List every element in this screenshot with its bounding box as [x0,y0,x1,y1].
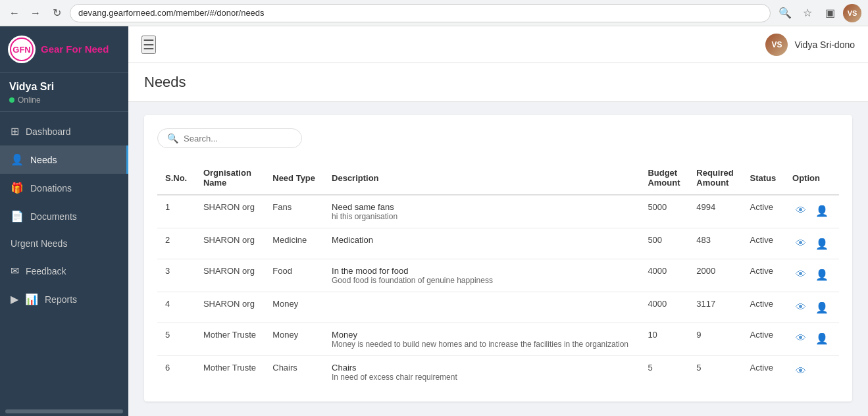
action-icons: 👁 👤 [792,266,831,283]
cell-required: 3117 [688,292,742,323]
sidebar-item-reports[interactable]: ▶ 📊 Reports [0,285,128,313]
status-badge: Active [750,266,773,276]
table-row: 2 SHARON org Medicine Medication 500 483… [157,228,839,259]
cell-need-type: Food [265,259,324,292]
action-icons: 👁 [792,363,831,380]
cell-budget: 5000 [640,195,688,228]
cell-org: SHARON org [195,195,265,228]
sidebar-scrollbar[interactable] [5,409,123,413]
needs-table: S.No. OrgnisationName Need Type Descript… [157,161,839,388]
cell-sno: 6 [157,356,195,389]
col-required: RequiredAmount [688,161,742,195]
cell-need-type: Fans [265,195,324,228]
cell-option: 👁 [784,356,839,389]
topbar: ☰ VS Vidya Sri-dono [128,26,868,63]
status-badge: Active [750,299,773,309]
action-icons: 👁 👤 [792,299,831,316]
dashboard-icon: ⊞ [11,125,19,138]
cell-status: Active [742,228,784,259]
main-content: Needs 🔍 S.No. OrgnisationName [128,63,868,416]
sidebar-item-label: Reports [45,294,77,305]
expand-icon: ▶ [11,293,18,305]
cell-sno: 5 [157,323,195,356]
status-text: Online [18,95,41,105]
donate-user-icon[interactable]: 👤 [813,235,830,252]
cell-option: 👁 👤 [784,228,839,259]
cell-required: 2000 [688,259,742,292]
view-icon[interactable]: 👁 [792,266,809,283]
cell-need-type: Money [265,292,324,323]
extensions-icon[interactable]: ▣ [821,4,839,22]
cell-sno: 4 [157,292,195,323]
address-bar[interactable]: devang.gearforneed.com/member/#/donor/ne… [70,4,771,22]
table-row: 5 Mother Truste Money MoneyMoney is need… [157,323,839,356]
col-option: Option [784,161,839,195]
documents-icon: 📄 [11,210,24,222]
cell-sno: 2 [157,228,195,259]
content-area: 🔍 S.No. OrgnisationName Need Type Descri… [128,102,868,416]
sidebar-username: Vidya Sri [9,81,119,93]
main-header: Needs [128,63,868,102]
view-icon[interactable]: 👁 [792,202,809,219]
logo-icon: GFN [8,36,36,63]
search-icon: 🔍 [167,133,178,143]
cell-status: Active [742,323,784,356]
browser-chrome: ← → ↻ devang.gearforneed.com/member/#/do… [0,0,868,26]
needs-card: 🔍 S.No. OrgnisationName Need Type Descri… [144,115,852,402]
cell-org: Mother Truste [195,323,265,356]
browser-icons: 🔍 ☆ ▣ VS [776,4,861,22]
donate-user-icon[interactable]: 👤 [813,202,830,219]
cell-budget: 4000 [640,259,688,292]
status-badge: Active [750,235,773,245]
cell-required: 483 [688,228,742,259]
cell-budget: 5 [640,356,688,389]
cell-status: Active [742,195,784,228]
sidebar-logo: GFN Gear For Need [0,26,128,73]
sidebar-status: Online [9,95,119,105]
sidebar-item-label: Needs [30,155,57,165]
url-text: devang.gearforneed.com/member/#/donor/ne… [78,8,265,18]
donate-user-icon[interactable]: 👤 [813,266,830,283]
table-header-row: S.No. OrgnisationName Need Type Descript… [157,161,839,195]
browser-profile-avatar[interactable]: VS [843,4,861,22]
cell-budget: 500 [640,228,688,259]
donate-user-icon[interactable]: 👤 [813,330,830,347]
sidebar-item-urgent-needs[interactable]: Urgent Needs [0,230,128,257]
view-icon[interactable]: 👁 [792,363,809,380]
view-icon[interactable]: 👁 [792,299,809,316]
reload-button[interactable]: ↻ [49,5,64,21]
cell-status: Active [742,356,784,389]
col-need-type: Need Type [265,161,324,195]
hamburger-menu[interactable]: ☰ [141,36,156,54]
donate-user-icon[interactable]: 👤 [813,299,830,316]
back-button[interactable]: ← [7,5,22,21]
topbar-avatar: VS [765,34,788,56]
search-browser-icon[interactable]: 🔍 [776,4,794,22]
cell-need-type: Money [265,323,324,356]
cell-required: 5 [688,356,742,389]
sidebar-item-label: Donations [30,183,72,194]
search-input[interactable] [184,134,292,143]
sidebar-item-label: Feedback [26,266,66,276]
cell-need-type: Chairs [265,356,324,389]
forward-button[interactable]: → [28,5,43,21]
cell-budget: 10 [640,323,688,356]
cell-status: Active [742,292,784,323]
sidebar-item-documents[interactable]: 📄 Documents [0,202,128,230]
donations-icon: 🎁 [11,182,24,194]
cell-description: Need same fanshi this organisation [324,195,640,228]
status-badge: Active [750,363,773,373]
cell-sno: 1 [157,195,195,228]
sidebar-item-needs[interactable]: 👤 Needs [0,145,128,174]
view-icon[interactable]: 👁 [792,235,809,252]
cell-org: SHARON org [195,228,265,259]
sidebar-item-feedback[interactable]: ✉ Feedback [0,257,128,285]
star-icon[interactable]: ☆ [798,4,817,22]
sidebar-item-donations[interactable]: 🎁 Donations [0,174,128,202]
sidebar-item-dashboard[interactable]: ⊞ Dashboard [0,117,128,145]
feedback-icon: ✉ [11,265,19,277]
view-icon[interactable]: 👁 [792,330,809,347]
cell-need-type: Medicine [265,228,324,259]
cell-org: SHARON org [195,292,265,323]
col-sno: S.No. [157,161,195,195]
